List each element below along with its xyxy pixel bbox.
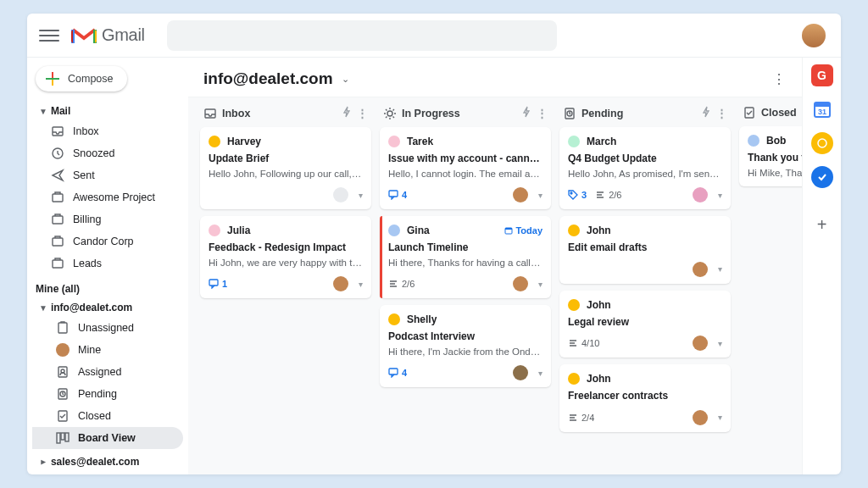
svg-rect-19 xyxy=(209,280,218,286)
sidebar-item-inbox[interactable]: Inbox xyxy=(32,120,183,142)
assignee-avatar[interactable] xyxy=(693,262,708,277)
assignee-avatar[interactable] xyxy=(513,187,528,202)
column-menu-icon[interactable]: ⋮ xyxy=(716,107,727,119)
gmail-logo[interactable]: Gmail xyxy=(71,25,145,45)
card[interactable]: John Edit email drafts ▾ xyxy=(559,216,731,284)
chevron-down-icon[interactable]: ▾ xyxy=(538,369,542,378)
card[interactable]: John Legal review 4/10▾ xyxy=(559,291,731,358)
closed-icon xyxy=(743,106,756,119)
lightning-icon[interactable] xyxy=(701,106,711,120)
sidebar-item-closed[interactable]: Closed xyxy=(32,405,183,427)
billing-icon xyxy=(51,213,64,226)
sidebar-item-candor-corp[interactable]: Candor Corp xyxy=(32,230,183,252)
sender-dot xyxy=(568,299,580,311)
sidebar-item-unassigned[interactable]: Unassigned xyxy=(32,317,183,339)
card[interactable]: Julia Feedback - Redesign Impact Hi John… xyxy=(200,216,371,298)
svg-text:31: 31 xyxy=(817,108,826,116)
lightning-icon[interactable] xyxy=(342,106,352,120)
sidebar-item-pending[interactable]: Pending xyxy=(32,383,183,405)
column-title: Closed xyxy=(761,107,797,119)
tasks-chip[interactable]: 4/10 xyxy=(568,338,599,348)
card[interactable]: Tarek Issue with my account - cannot log… xyxy=(380,127,551,209)
chevron-down-icon[interactable]: ▾ xyxy=(718,413,722,422)
board-title-dropdown[interactable]: ⌄ xyxy=(342,74,349,85)
svg-rect-11 xyxy=(58,411,67,421)
rail-tasks-icon[interactable] xyxy=(811,166,833,188)
comments-chip[interactable]: 4 xyxy=(388,368,407,378)
column-menu-icon[interactable]: ⋮ xyxy=(357,107,368,119)
sender-dot xyxy=(568,136,580,147)
rail-app-g[interactable]: G xyxy=(811,64,833,86)
compose-button[interactable]: Compose xyxy=(36,66,127,92)
card[interactable]: March Q4 Budget Update Hello John, As pr… xyxy=(559,127,731,209)
account-header[interactable]: ▼info@dealet.com xyxy=(32,298,183,317)
assignee-avatar[interactable] xyxy=(693,410,708,425)
right-rail: G 31 + xyxy=(802,58,841,474)
inbox-icon xyxy=(51,125,64,138)
sidebar-item-awesome-project[interactable]: Awesome Project xyxy=(32,186,183,208)
chevron-down-icon[interactable]: ▾ xyxy=(359,191,363,200)
sidebar-item-assigned[interactable]: Assigned xyxy=(32,361,183,383)
card[interactable]: Shelly Podcast Interview Hi there, I'm J… xyxy=(380,305,551,387)
column-header: Inbox ⋮ xyxy=(200,97,371,127)
card-sender: Bob xyxy=(748,135,802,147)
search-input[interactable] xyxy=(167,20,557,51)
tasks-chip[interactable]: 2/6 xyxy=(595,190,621,200)
shared-conversations[interactable]: ▼All shared conversations xyxy=(32,471,183,474)
tasks-chip[interactable]: 2/6 xyxy=(388,279,415,289)
lightning-icon[interactable] xyxy=(521,106,531,120)
sidebar-item-sent[interactable]: Sent xyxy=(32,164,183,186)
chevron-down-icon[interactable]: ▾ xyxy=(538,191,542,200)
rail-keep-icon[interactable] xyxy=(811,132,833,154)
card-sender: Shelly xyxy=(388,313,542,325)
chevron-down-icon[interactable]: ▾ xyxy=(538,280,542,289)
chevron-down-icon[interactable]: ▾ xyxy=(718,264,722,274)
main: info@dealet.com ⌄ ⋮ Inbox ⋮ Harvey Updat… xyxy=(188,58,841,474)
comments-chip[interactable]: 4 xyxy=(388,190,407,200)
rail-add-icon[interactable]: + xyxy=(817,215,827,235)
card-subject: Launch Timeline xyxy=(388,241,542,255)
inbox-icon xyxy=(203,107,217,120)
chevron-down-icon[interactable]: ▾ xyxy=(718,191,722,200)
hamburger-menu-icon[interactable] xyxy=(39,25,59,46)
sidebar-item-leads[interactable]: Leads xyxy=(32,252,183,274)
chevron-down-icon[interactable]: ▾ xyxy=(718,339,722,348)
mail-section-header[interactable]: ▼Mail xyxy=(32,102,183,120)
sidebar-item-mine[interactable]: Mine xyxy=(32,339,183,361)
tag-chip[interactable]: 3 xyxy=(568,190,587,200)
rail-calendar-icon[interactable]: 31 xyxy=(811,98,833,120)
board-menu-icon[interactable]: ⋮ xyxy=(770,71,787,87)
leads-icon xyxy=(51,257,64,270)
sun-icon xyxy=(383,107,397,120)
sidebar-item-snoozed[interactable]: Snoozed xyxy=(32,142,183,164)
sidebar-item-billing[interactable]: Billing xyxy=(32,208,183,230)
card[interactable]: GinaToday Launch Timeline Hi there, Than… xyxy=(380,216,551,298)
assignee-avatar[interactable] xyxy=(333,276,348,291)
card-subject: Issue with my account - cannot log in xyxy=(388,152,542,166)
comments-chip[interactable]: 1 xyxy=(209,279,227,289)
card[interactable]: Harvey Update Brief Hello John, Followin… xyxy=(200,127,371,209)
pending-icon xyxy=(563,107,576,120)
body: Compose ▼Mail InboxSnoozedSentAwesome Pr… xyxy=(27,58,841,474)
sidebar-item-board-view[interactable]: Board View xyxy=(32,427,183,449)
card[interactable]: John Freelancer contracts 2/4▾ xyxy=(559,364,731,432)
chevron-down-icon[interactable]: ▾ xyxy=(359,280,363,289)
candor-icon xyxy=(51,235,64,248)
card-sender: Harvey xyxy=(209,136,363,147)
column-menu-icon[interactable]: ⋮ xyxy=(537,107,548,119)
tasks-chip[interactable]: 2/4 xyxy=(568,413,594,423)
card-preview: Hi there, Thanks for having a call with… xyxy=(388,257,542,270)
assignee-avatar[interactable] xyxy=(693,187,708,202)
assignee-avatar[interactable] xyxy=(693,336,708,351)
card-subject: Freelancer contracts xyxy=(568,390,722,403)
svg-rect-5 xyxy=(53,260,63,268)
assignee-avatar[interactable] xyxy=(333,187,348,202)
closed-icon xyxy=(56,409,70,423)
sales-account[interactable]: ▼sales@dealet.com xyxy=(32,452,183,471)
card[interactable]: Bob Thank you for y Hi Mike, Thank xyxy=(739,126,802,186)
assignee-avatar[interactable] xyxy=(513,365,528,380)
card-sender: GinaToday xyxy=(388,225,542,236)
account-avatar[interactable] xyxy=(802,24,826,47)
assignee-avatar[interactable] xyxy=(513,276,528,291)
card-subject: Edit email drafts xyxy=(568,241,722,255)
